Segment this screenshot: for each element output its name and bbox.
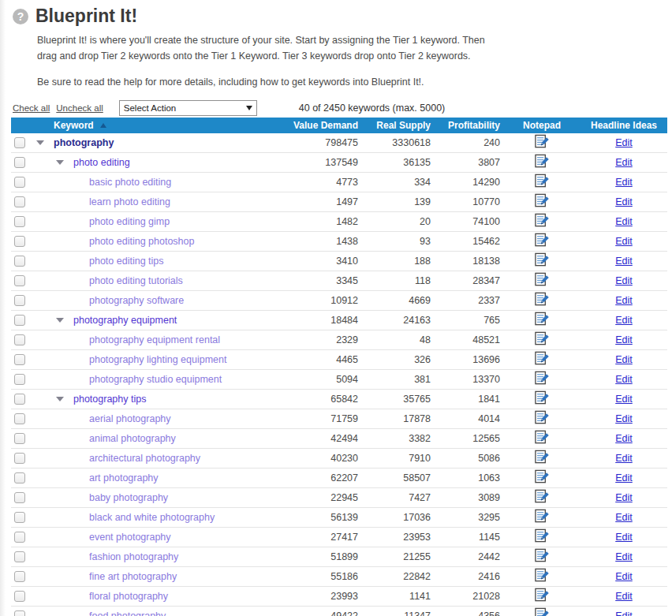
edit-link[interactable]: Edit — [615, 236, 633, 247]
column-header-value-demand[interactable]: Value Demand — [290, 118, 361, 133]
expand-arrow-icon[interactable] — [56, 397, 64, 401]
keyword-link[interactable]: photo editing — [73, 157, 130, 168]
keyword-link[interactable]: food photography — [89, 610, 166, 616]
row-checkbox[interactable] — [14, 315, 25, 326]
check-all-link[interactable]: Check all — [13, 103, 50, 113]
row-checkbox[interactable] — [14, 472, 25, 483]
row-checkbox[interactable] — [14, 492, 25, 503]
edit-link[interactable]: Edit — [615, 137, 633, 148]
row-checkbox[interactable] — [14, 413, 25, 424]
notepad-icon[interactable] — [534, 350, 551, 367]
edit-link[interactable]: Edit — [615, 354, 633, 365]
edit-link[interactable]: Edit — [615, 551, 633, 562]
row-checkbox[interactable] — [14, 374, 25, 385]
notepad-icon[interactable] — [534, 212, 551, 229]
row-checkbox[interactable] — [14, 334, 25, 345]
notepad-icon[interactable] — [534, 370, 551, 386]
column-header-profitability[interactable]: Profitability — [434, 118, 503, 133]
notepad-icon[interactable] — [534, 607, 551, 616]
notepad-icon[interactable] — [534, 567, 551, 584]
expand-arrow-icon[interactable] — [56, 160, 64, 165]
notepad-icon[interactable] — [534, 252, 551, 268]
row-checkbox[interactable] — [14, 551, 25, 562]
keyword-link[interactable]: fashion photography — [89, 551, 178, 562]
help-icon[interactable]: ? — [13, 9, 28, 24]
edit-link[interactable]: Edit — [615, 571, 633, 582]
row-checkbox[interactable] — [14, 216, 25, 227]
edit-link[interactable]: Edit — [615, 334, 633, 345]
edit-link[interactable]: Edit — [615, 315, 633, 326]
keyword-link[interactable]: photo editing tutorials — [89, 275, 183, 286]
keyword-link[interactable]: art photography — [89, 472, 159, 483]
edit-link[interactable]: Edit — [615, 394, 633, 405]
notepad-icon[interactable] — [534, 173, 551, 189]
edit-link[interactable]: Edit — [615, 256, 633, 267]
edit-link[interactable]: Edit — [615, 433, 633, 444]
notepad-icon[interactable] — [534, 469, 551, 485]
row-checkbox[interactable] — [14, 236, 25, 247]
row-checkbox[interactable] — [14, 256, 25, 267]
keyword-link[interactable]: black and white photography — [89, 512, 215, 523]
notepad-icon[interactable] — [534, 547, 551, 564]
notepad-icon[interactable] — [534, 508, 551, 525]
column-header-keyword[interactable]: Keyword — [35, 118, 290, 133]
edit-link[interactable]: Edit — [615, 295, 633, 306]
edit-link[interactable]: Edit — [615, 512, 633, 523]
notepad-icon[interactable] — [534, 153, 551, 170]
row-checkbox[interactable] — [14, 354, 25, 365]
keyword-link[interactable]: photo editing tips — [89, 256, 164, 267]
keyword-link[interactable]: photography lighting equipment — [89, 354, 226, 365]
keyword-link[interactable]: learn photo editing — [89, 196, 170, 207]
notepad-icon[interactable] — [534, 192, 551, 209]
keyword-link[interactable]: photography software — [89, 295, 184, 306]
notepad-icon[interactable] — [534, 429, 551, 446]
notepad-icon[interactable] — [534, 488, 551, 505]
keyword-link[interactable]: photography equipment — [73, 315, 177, 326]
notepad-icon[interactable] — [534, 291, 551, 308]
edit-link[interactable]: Edit — [615, 472, 633, 483]
edit-link[interactable]: Edit — [615, 374, 633, 385]
edit-link[interactable]: Edit — [615, 492, 633, 503]
uncheck-all-link[interactable]: Uncheck all — [56, 103, 103, 113]
keyword-link[interactable]: architectural photography — [89, 453, 200, 464]
keyword-link[interactable]: photography — [54, 137, 114, 148]
keyword-link[interactable]: floral photography — [89, 591, 168, 602]
edit-link[interactable]: Edit — [615, 610, 633, 616]
expand-arrow-icon[interactable] — [36, 140, 44, 145]
row-checkbox[interactable] — [14, 394, 25, 405]
keyword-link[interactable]: fine art photography — [89, 571, 177, 582]
edit-link[interactable]: Edit — [615, 275, 633, 286]
row-checkbox[interactable] — [14, 295, 25, 306]
expand-arrow-icon[interactable] — [56, 318, 64, 323]
keyword-link[interactable]: photography studio equipment — [89, 374, 222, 385]
keyword-link[interactable]: animal photography — [89, 433, 176, 444]
notepad-icon[interactable] — [534, 232, 551, 248]
column-header-real-supply[interactable]: Real Supply — [361, 118, 434, 133]
row-checkbox[interactable] — [14, 177, 25, 188]
keyword-link[interactable]: event photography — [89, 532, 171, 543]
edit-link[interactable]: Edit — [615, 453, 633, 464]
row-checkbox[interactable] — [14, 433, 25, 444]
keyword-link[interactable]: photo editing gimp — [89, 216, 170, 227]
row-checkbox[interactable] — [14, 453, 25, 464]
edit-link[interactable]: Edit — [615, 196, 633, 207]
row-checkbox[interactable] — [14, 591, 25, 602]
edit-link[interactable]: Edit — [615, 532, 633, 543]
row-checkbox[interactable] — [14, 196, 25, 207]
notepad-icon[interactable] — [534, 587, 551, 603]
row-checkbox[interactable] — [14, 532, 25, 543]
keyword-link[interactable]: aerial photography — [89, 413, 171, 424]
notepad-icon[interactable] — [534, 409, 551, 426]
row-checkbox[interactable] — [14, 275, 25, 286]
keyword-link[interactable]: basic photo editing — [89, 177, 171, 188]
row-checkbox[interactable] — [14, 157, 25, 168]
keyword-link[interactable]: photo editing photoshop — [89, 236, 194, 247]
notepad-icon[interactable] — [534, 330, 551, 347]
edit-link[interactable]: Edit — [615, 591, 633, 602]
row-checkbox[interactable] — [14, 571, 25, 582]
notepad-icon[interactable] — [534, 449, 551, 465]
edit-link[interactable]: Edit — [615, 157, 633, 168]
edit-link[interactable]: Edit — [615, 413, 633, 424]
edit-link[interactable]: Edit — [615, 216, 633, 227]
keyword-link[interactable]: photography equipment rental — [89, 334, 220, 345]
